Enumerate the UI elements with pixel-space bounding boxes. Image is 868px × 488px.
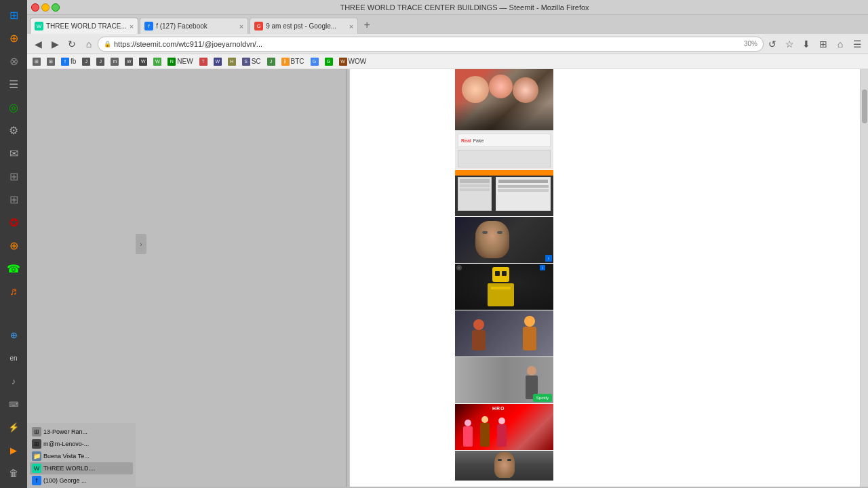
eye-right xyxy=(497,231,502,234)
menu-button[interactable]: ☰ xyxy=(849,36,865,52)
figure-left xyxy=(469,319,489,353)
close-button[interactable] xyxy=(31,3,39,12)
img8-face xyxy=(494,452,515,478)
tab-facebook-close[interactable]: × xyxy=(239,22,243,30)
bookmark-w1[interactable]: W xyxy=(122,57,136,66)
bookmark-wow[interactable]: W WOW xyxy=(336,57,370,66)
bookmark-folders-2[interactable]: ⊞ xyxy=(44,57,58,66)
address-bar[interactable]: 🔒 https://steemit.com/wtc911/@joeyarnold… xyxy=(98,37,764,52)
window-item-facebook[interactable]: f (100) George ... xyxy=(30,474,133,487)
bk-g2-icon: G xyxy=(325,58,333,66)
reload-button[interactable]: ↻ xyxy=(64,36,80,52)
bk-btc-label: BTC xyxy=(291,58,304,65)
window-label-1: 13-Power Ran... xyxy=(43,428,131,435)
tray-volume[interactable]: ♪ xyxy=(3,370,24,392)
home-button-2[interactable]: ⌂ xyxy=(832,36,848,52)
bookmark-folders[interactable]: ⊞ xyxy=(30,57,43,66)
windows-taskbar: ⊞ 13-Power Ran... ⊞ m@m-Lenovo-... 📁 Bue… xyxy=(27,423,136,488)
taskbar-icon-11[interactable]: ⊕ xyxy=(3,235,24,256)
bookmark-g2[interactable]: G xyxy=(322,57,336,66)
minimize-button[interactable] xyxy=(41,3,50,12)
browser-titlebar: THREE WORLD TRACE CENTER BUILDINGS — Ste… xyxy=(27,0,868,15)
tray-keyboard[interactable]: ⌨ xyxy=(3,393,24,415)
window-item-steemit[interactable]: W THREE WORLD.... xyxy=(30,462,133,474)
taskbar-icon-6[interactable]: ⚙ xyxy=(3,119,24,141)
sil-2 xyxy=(479,416,491,450)
bookmark-t[interactable]: T xyxy=(197,57,210,66)
forward-button[interactable]: ▶ xyxy=(47,36,63,52)
sil1-head xyxy=(465,420,471,426)
bk-j3-icon: J xyxy=(267,58,275,66)
bookmark-g1[interactable]: G xyxy=(308,57,321,66)
tray-bluetooth[interactable]: ⚡ xyxy=(3,416,24,438)
window-item-terminal[interactable]: ⊞ m@m-Lenovo-... xyxy=(30,438,133,450)
bk-j2-icon: J xyxy=(96,58,104,66)
expand-panel-button[interactable]: › xyxy=(136,234,146,254)
bookmark-btc[interactable]: ₿ BTC xyxy=(279,57,307,66)
tray-network-icon[interactable]: ⊕ xyxy=(3,324,24,346)
tab-steemit-close[interactable]: × xyxy=(130,22,134,30)
img8-eye-l xyxy=(498,459,502,461)
new-tab-button[interactable]: + xyxy=(359,18,374,33)
bookmark-w2[interactable]: W xyxy=(136,57,150,66)
browser-window: THREE WORLD TRACE CENTER BUILDINGS — Ste… xyxy=(27,0,868,488)
taskbar-icon-4[interactable]: ☰ xyxy=(3,73,24,95)
taskbar-icon-1[interactable]: ⊞ xyxy=(3,4,24,26)
page-scrollbar[interactable] xyxy=(860,69,868,487)
taskbar-icon-12[interactable]: ☎ xyxy=(3,258,24,279)
page-content-area: Real Fake xyxy=(349,69,860,487)
sil-3 xyxy=(496,418,508,450)
bk-wow-label: WOW xyxy=(349,58,367,65)
taskbar-icon-9[interactable]: ⊞ xyxy=(3,188,24,210)
bookmark-j1[interactable]: J xyxy=(79,57,93,66)
tray-lang[interactable]: en xyxy=(3,347,24,369)
robot-head xyxy=(492,267,509,282)
sil3-head xyxy=(498,418,505,424)
window-icon-4: W xyxy=(32,464,41,473)
bk-j1-icon: J xyxy=(82,58,90,66)
img1-caption: Real Fake xyxy=(458,134,551,147)
bookmark-new[interactable]: N NEW xyxy=(165,57,195,66)
tray-vlc[interactable]: ▶ xyxy=(3,439,24,461)
bookmark-j2[interactable]: J xyxy=(94,57,107,66)
person-head xyxy=(527,366,536,375)
taskbar-icon-7[interactable]: ✉ xyxy=(3,142,24,164)
taskbar-icon-3[interactable]: ⊗ xyxy=(3,50,24,72)
window-item-powerrangers[interactable]: ⊞ 13-Power Ran... xyxy=(30,426,133,438)
bookmark-h[interactable]: H xyxy=(225,57,239,66)
taskbar-icon-5[interactable]: ◎ xyxy=(3,96,24,118)
real-label: Real xyxy=(461,138,471,143)
taskbar-icon-8[interactable]: ⊞ xyxy=(3,165,24,187)
refresh-button[interactable]: ↺ xyxy=(764,36,781,52)
tab-facebook[interactable]: f f (127) Facebook × xyxy=(140,18,248,34)
back-button[interactable]: ◀ xyxy=(30,36,46,52)
home-button[interactable]: ⌂ xyxy=(81,36,97,52)
tab-google-close[interactable]: × xyxy=(349,22,353,30)
tab-facebook-favicon: f xyxy=(144,22,153,30)
bookmark-j3[interactable]: J xyxy=(264,57,278,66)
tab-steemit[interactable]: W THREE WORLD TRACE... × xyxy=(30,18,138,34)
window-title: THREE WORLD TRACE CENTER BUILDINGS — Ste… xyxy=(65,3,864,12)
window-item-filemanager[interactable]: 📁 Buena Vista Te... xyxy=(30,450,133,462)
bookmark-m[interactable]: m xyxy=(108,57,121,66)
download-button[interactable]: ⬇ xyxy=(798,36,814,52)
img1-overlay xyxy=(455,103,553,130)
bookmark-w3[interactable]: W xyxy=(151,57,164,66)
bookmark-star[interactable]: ☆ xyxy=(781,36,797,52)
taskbar-icon-2[interactable]: ⊕ xyxy=(3,27,24,49)
bookmark-w4[interactable]: W xyxy=(211,57,224,66)
tab-google[interactable]: G 9 am est pst - Google... × xyxy=(250,18,358,34)
maximize-button[interactable] xyxy=(52,3,60,12)
tray-trash[interactable]: 🗑 xyxy=(3,462,24,484)
taskbar-icon-13[interactable]: ♬ xyxy=(3,281,24,302)
scrollbar-thumb[interactable] xyxy=(862,89,867,123)
bookmark-sc[interactable]: S SC xyxy=(239,57,264,66)
robot-figure xyxy=(482,267,519,306)
history-button[interactable]: ⊞ xyxy=(815,36,831,52)
image-4: • i xyxy=(455,264,553,310)
face-2 xyxy=(489,75,513,98)
taskbar-icon-10[interactable]: ✪ xyxy=(3,211,24,233)
scroll-line-1 xyxy=(346,69,347,487)
bookmark-fb[interactable]: f fb xyxy=(58,57,79,66)
image-gallery: Real Fake xyxy=(455,69,553,487)
